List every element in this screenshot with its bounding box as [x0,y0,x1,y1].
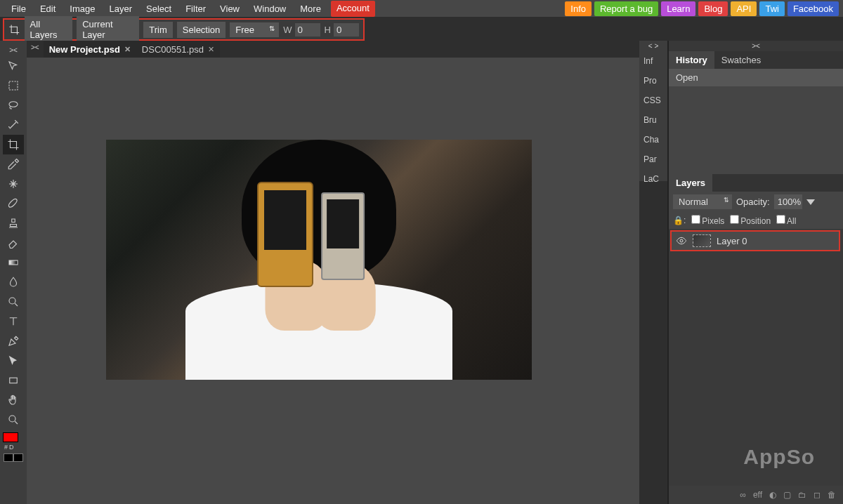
link-info[interactable]: Info [565,1,592,16]
svg-rect-2 [9,260,18,265]
move-tool[interactable] [3,56,24,76]
opt-ratio-select[interactable]: Free [230,22,279,37]
tab-dsc00551[interactable]: DSC00551.psd ✕ [136,41,220,58]
panel-info[interactable]: Inf [639,51,667,71]
expand-panels-icon[interactable]: < > [639,41,667,51]
crop-icon [8,23,20,36]
crop-tool[interactable] [3,135,24,154]
collapse-right-icon[interactable]: >< [669,41,843,51]
new-layer-icon[interactable]: ◻ [813,490,821,500]
hand-tool[interactable] [3,390,24,410]
lock-icon: 🔒: [673,215,686,225]
close-tab-icon[interactable]: ✕ [208,45,214,54]
history-item-open[interactable]: Open [669,69,843,86]
menu-file[interactable]: File [4,1,33,17]
panel-lac[interactable]: LaC [639,169,667,189]
svg-point-3 [9,298,15,304]
mask-icon[interactable]: ◐ [769,490,776,500]
opacity-dropdown-icon[interactable] [806,199,815,205]
lasso-tool[interactable] [3,95,24,115]
h-label: H [325,25,331,35]
eyedropper-tool[interactable] [3,154,24,174]
pen-tool[interactable] [3,331,24,351]
foreground-color[interactable] [3,432,18,442]
panel-cha[interactable]: Cha [639,130,667,150]
menu-view[interactable]: View [213,1,247,17]
shape-tool[interactable] [3,371,24,390]
menu-left: File Edit Image Layer Select Filter View… [4,1,375,17]
w-input[interactable] [295,23,320,37]
path-select-tool[interactable] [3,351,24,371]
link-blog[interactable]: Blog [698,1,728,16]
canvas-area[interactable] [27,58,639,504]
tab-swatches[interactable]: Swatches [714,51,768,69]
wand-tool[interactable] [3,115,24,135]
layers-head: Layers [669,174,843,192]
link-api[interactable]: API [731,1,757,16]
right-panels: >< History Swatches Open Layers Normal O… [667,41,843,504]
panel-css[interactable]: CSS [639,91,667,110]
blur-tool[interactable] [3,272,24,292]
menu-account[interactable]: Account [331,1,375,17]
menu-layer[interactable]: Layer [103,1,140,17]
menu-bar: File Edit Image Layer Select Filter View… [0,0,843,17]
effects-icon[interactable]: eff [753,490,762,500]
brush-tool[interactable] [3,194,24,213]
menu-edit[interactable]: Edit [33,1,63,17]
marquee-tool[interactable] [3,76,24,95]
tab-history[interactable]: History [669,51,714,69]
opt-current-layer[interactable]: Current Layer [77,16,139,43]
opt-width: W [283,23,320,37]
color-swatches[interactable]: #D [3,432,24,452]
panel-par[interactable]: Par [639,150,667,169]
trash-icon[interactable]: 🗑 [828,490,836,500]
opt-trim[interactable]: Trim [143,22,173,38]
layers-bottom-bar: ∞ eff ◐ ▢ 🗀 ◻ 🗑 [669,486,843,504]
link-twi[interactable]: Twi [759,1,785,16]
layers-locks: 🔒: Pixels Position All [669,212,843,229]
expand-tools-icon[interactable]: >< [3,44,24,56]
zoom-tool[interactable] [3,410,24,430]
menu-filter[interactable]: Filter [178,1,213,17]
collapse-tabs-icon[interactable]: >< [27,41,44,58]
layer-name[interactable]: Layer 0 [717,236,747,246]
swap-colors-icon[interactable]: #D [4,444,14,451]
folder-icon[interactable]: 🗀 [798,490,806,500]
stamp-tool[interactable] [3,213,24,233]
gradient-tool[interactable] [3,253,24,272]
menu-window[interactable]: Window [247,1,293,17]
adjustment-icon[interactable]: ▢ [783,490,791,500]
visibility-icon[interactable] [676,235,687,246]
panel-bru[interactable]: Bru [639,110,667,130]
eraser-tool[interactable] [3,233,24,253]
opt-all-layers[interactable]: All Layers [25,16,73,43]
layer-row[interactable]: Layer 0 [672,232,839,250]
text-tool[interactable] [3,312,24,331]
h-input[interactable] [334,23,359,37]
menu-select[interactable]: Select [139,1,178,17]
history-body: Open [669,69,843,174]
panel-pro[interactable]: Pro [639,71,667,91]
menu-more[interactable]: More [293,1,328,17]
blend-mode-select[interactable]: Normal [673,194,732,209]
svg-point-5 [9,416,15,422]
svg-rect-4 [10,378,18,383]
tab-layers[interactable]: Layers [669,174,712,192]
lock-all[interactable]: All [776,215,796,226]
menu-image[interactable]: Image [63,1,102,17]
link-report-bug[interactable]: Report a bug [594,1,658,16]
tab-new-project[interactable]: New Project.psd ✕ [44,41,136,58]
layer-thumbnail[interactable] [693,234,711,247]
opacity-input[interactable]: 100% [774,194,802,209]
link-facebook[interactable]: Facebook [788,1,839,16]
healing-tool[interactable] [3,174,24,194]
canvas-image [106,140,532,380]
default-colors[interactable] [4,453,23,463]
close-tab-icon[interactable]: ✕ [124,45,131,54]
lock-position[interactable]: Position [730,215,771,226]
lock-pixels[interactable]: Pixels [691,215,724,226]
link-learn[interactable]: Learn [661,1,695,16]
link-layers-icon[interactable]: ∞ [740,490,746,500]
opt-selection[interactable]: Selection [177,22,226,38]
dodge-tool[interactable] [3,292,24,312]
